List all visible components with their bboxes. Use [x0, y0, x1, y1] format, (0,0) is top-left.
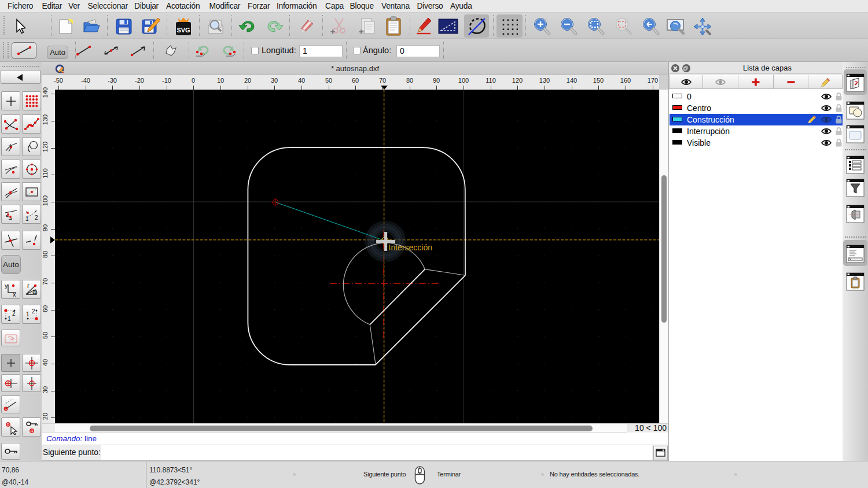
svg-text:x: x: [13, 291, 16, 297]
svg-text:2: 2: [12, 310, 16, 317]
svg-text:y: y: [5, 282, 8, 289]
svg-text:2: 2: [35, 215, 38, 221]
svg-text:1: 1: [8, 316, 11, 322]
svg-text:a: a: [32, 288, 36, 295]
svg-text:1: 1: [25, 216, 29, 222]
svg-text:r: r: [27, 282, 30, 289]
svg-text:1: 1: [26, 311, 30, 317]
svg-text:2: 2: [32, 308, 35, 315]
svg-text:Intersección: Intersección: [389, 243, 432, 252]
svg-text:SVG: SVG: [176, 27, 190, 34]
